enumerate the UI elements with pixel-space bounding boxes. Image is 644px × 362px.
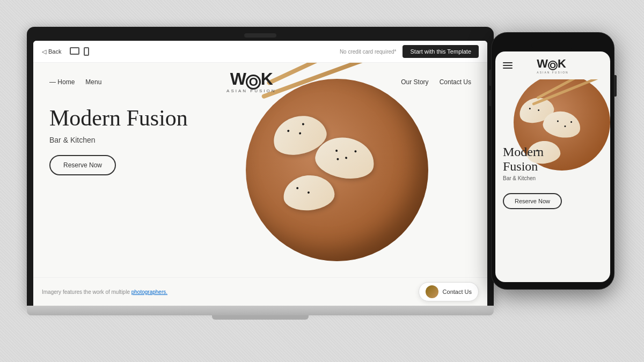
volume-down-button: [489, 90, 491, 106]
sesame-dot: [529, 108, 531, 110]
mobile-icon[interactable]: [84, 47, 89, 56]
photographers-link[interactable]: photographers.: [131, 289, 167, 295]
laptop-browser: ◁ Back No credit card required* Start wi…: [33, 41, 487, 306]
nav-right: Our Story Contact Us: [401, 78, 471, 86]
imagery-label: Imagery features the work of multiple: [42, 289, 131, 295]
device-switcher: [70, 47, 89, 56]
phone-hero-title-line1: Modern: [503, 145, 544, 159]
phone-logo-text: WOK: [537, 57, 568, 71]
no-credit-text: No credit card required*: [340, 49, 397, 55]
site-logo: WOK ASIAN FUSION: [226, 70, 276, 93]
sesame-dot: [299, 132, 302, 135]
phone-notch: [531, 40, 574, 49]
dumpling-3: [282, 173, 335, 212]
start-template-button[interactable]: Start with this Template: [402, 45, 479, 58]
laptop-screen-outer: ◁ Back No credit card required* Start wi…: [27, 27, 494, 306]
laptop-device: ◁ Back No credit card required* Start wi…: [27, 27, 494, 315]
phone-hero-title: Modern Fusion: [503, 145, 544, 173]
hero-title: Modern Fusion: [49, 106, 188, 130]
phone-device: WOK ASIAN FUSION: [491, 32, 614, 290]
nav-left: — Home Menu: [49, 78, 101, 86]
dumpling-group: [257, 106, 418, 240]
sesame-dot: [557, 120, 559, 122]
sesame-dot: [335, 150, 338, 152]
hamburger-line: [503, 68, 513, 69]
desktop-icon[interactable]: [70, 47, 79, 55]
phone-hero-image: Modern Fusion Bar & Kitchen: [495, 79, 610, 187]
nav-home[interactable]: — Home: [49, 78, 75, 86]
hamburger-line: [503, 62, 513, 63]
phone-logo: WOK ASIAN FUSION: [537, 57, 568, 74]
phone-reserve-button[interactable]: Reserve Now: [503, 193, 562, 209]
hero-image: [214, 73, 460, 267]
template-bar: ◁ Back No credit card required* Start wi…: [33, 41, 487, 63]
nav-story[interactable]: Our Story: [401, 78, 428, 86]
back-arrow-icon: ◁: [42, 48, 46, 55]
hamburger-menu-icon[interactable]: [503, 62, 513, 69]
reserve-now-button[interactable]: Reserve Now: [49, 155, 116, 175]
sesame-dot: [308, 191, 310, 194]
sesame-dot: [570, 121, 572, 123]
template-bar-left: ◁ Back: [42, 47, 89, 56]
hamburger-line: [503, 65, 513, 66]
sesame-dot: [302, 123, 304, 125]
laptop-camera: [244, 33, 276, 38]
back-label: Back: [48, 48, 61, 55]
hero-subtitle: Bar & Kitchen: [49, 136, 188, 144]
sesame-dot: [538, 109, 540, 112]
logo-text: WOK: [226, 70, 276, 88]
contact-button-label: Contact Us: [443, 289, 472, 295]
sesame-dot: [345, 157, 348, 159]
logo-o-ring: O: [246, 75, 261, 90]
power-button: [614, 75, 617, 97]
footer-imagery-text: Imagery features the work of multiple ph…: [42, 289, 167, 295]
contact-bubble[interactable]: Contact Us: [419, 282, 479, 301]
phone-logo-o: O: [548, 61, 558, 70]
nav-contact[interactable]: Contact Us: [440, 78, 471, 86]
scene: ◁ Back No credit card required* Start wi…: [0, 0, 644, 362]
sesame-dot: [336, 158, 339, 160]
website-preview: — Home Menu WOK ASIAN FUSION Our Story C…: [33, 63, 487, 277]
template-bar-right: No credit card required* Start with this…: [340, 45, 479, 58]
volume-up-button: [489, 70, 491, 86]
avatar: [426, 285, 438, 298]
phone-hero-text: Modern Fusion Bar & Kitchen: [503, 145, 544, 181]
sesame-dot: [296, 187, 298, 189]
site-nav: — Home Menu WOK ASIAN FUSION Our Story C…: [33, 63, 487, 101]
phone-hero-title-line2: Fusion: [503, 159, 538, 173]
phone-outer: WOK ASIAN FUSION: [491, 32, 614, 290]
back-button[interactable]: ◁ Back: [42, 48, 61, 55]
sesame-dot: [354, 150, 357, 153]
phone-site-nav: WOK ASIAN FUSION: [495, 51, 610, 79]
nav-menu[interactable]: Menu: [85, 78, 101, 86]
sesame-dot: [287, 130, 290, 132]
phone-hero-subtitle: Bar & Kitchen: [503, 175, 544, 181]
site-footer: Imagery features the work of multiple ph…: [33, 277, 487, 306]
sesame-dot: [564, 125, 566, 127]
hero-content: Modern Fusion Bar & Kitchen Reserve Now: [49, 106, 188, 175]
phone-logo-tagline: ASIAN FUSION: [537, 71, 568, 74]
laptop-base: [27, 306, 494, 315]
phone-screen: WOK ASIAN FUSION: [495, 51, 610, 282]
